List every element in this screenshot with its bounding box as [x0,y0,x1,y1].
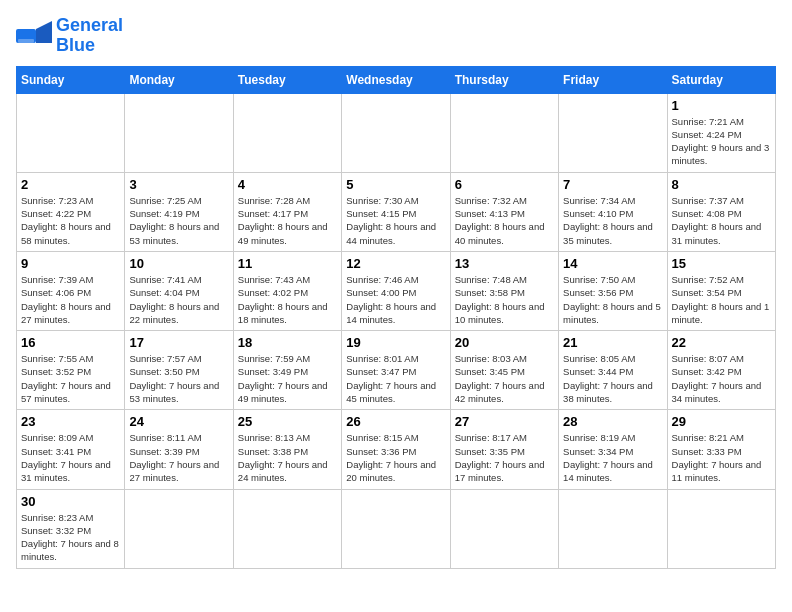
day-info: Sunrise: 7:21 AM Sunset: 4:24 PM Dayligh… [672,115,771,168]
header-cell-friday: Friday [559,66,667,93]
day-info: Sunrise: 7:34 AM Sunset: 4:10 PM Dayligh… [563,194,662,247]
day-cell: 11Sunrise: 7:43 AM Sunset: 4:02 PM Dayli… [233,251,341,330]
day-info: Sunrise: 7:48 AM Sunset: 3:58 PM Dayligh… [455,273,554,326]
day-info: Sunrise: 8:23 AM Sunset: 3:32 PM Dayligh… [21,511,120,564]
day-info: Sunrise: 7:23 AM Sunset: 4:22 PM Dayligh… [21,194,120,247]
day-info: Sunrise: 8:01 AM Sunset: 3:47 PM Dayligh… [346,352,445,405]
day-cell: 3Sunrise: 7:25 AM Sunset: 4:19 PM Daylig… [125,172,233,251]
svg-marker-1 [36,21,52,43]
header-cell-thursday: Thursday [450,66,558,93]
day-cell [342,489,450,568]
day-info: Sunrise: 7:59 AM Sunset: 3:49 PM Dayligh… [238,352,337,405]
day-info: Sunrise: 8:11 AM Sunset: 3:39 PM Dayligh… [129,431,228,484]
day-cell: 13Sunrise: 7:48 AM Sunset: 3:58 PM Dayli… [450,251,558,330]
day-info: Sunrise: 7:30 AM Sunset: 4:15 PM Dayligh… [346,194,445,247]
day-cell: 14Sunrise: 7:50 AM Sunset: 3:56 PM Dayli… [559,251,667,330]
day-info: Sunrise: 7:57 AM Sunset: 3:50 PM Dayligh… [129,352,228,405]
day-number: 17 [129,335,228,350]
day-info: Sunrise: 7:32 AM Sunset: 4:13 PM Dayligh… [455,194,554,247]
day-cell: 4Sunrise: 7:28 AM Sunset: 4:17 PM Daylig… [233,172,341,251]
logo-text: General Blue [56,16,123,56]
day-number: 24 [129,414,228,429]
day-number: 11 [238,256,337,271]
day-info: Sunrise: 7:43 AM Sunset: 4:02 PM Dayligh… [238,273,337,326]
day-info: Sunrise: 8:03 AM Sunset: 3:45 PM Dayligh… [455,352,554,405]
day-info: Sunrise: 7:50 AM Sunset: 3:56 PM Dayligh… [563,273,662,326]
day-cell: 29Sunrise: 8:21 AM Sunset: 3:33 PM Dayli… [667,410,775,489]
day-number: 14 [563,256,662,271]
day-info: Sunrise: 8:05 AM Sunset: 3:44 PM Dayligh… [563,352,662,405]
day-cell: 5Sunrise: 7:30 AM Sunset: 4:15 PM Daylig… [342,172,450,251]
day-cell: 17Sunrise: 7:57 AM Sunset: 3:50 PM Dayli… [125,331,233,410]
day-number: 27 [455,414,554,429]
day-number: 23 [21,414,120,429]
week-row-2: 9Sunrise: 7:39 AM Sunset: 4:06 PM Daylig… [17,251,776,330]
day-number: 25 [238,414,337,429]
day-number: 6 [455,177,554,192]
day-cell: 2Sunrise: 7:23 AM Sunset: 4:22 PM Daylig… [17,172,125,251]
logo-icon [16,21,52,51]
day-cell: 30Sunrise: 8:23 AM Sunset: 3:32 PM Dayli… [17,489,125,568]
day-cell: 12Sunrise: 7:46 AM Sunset: 4:00 PM Dayli… [342,251,450,330]
day-number: 3 [129,177,228,192]
day-cell [342,93,450,172]
day-info: Sunrise: 8:15 AM Sunset: 3:36 PM Dayligh… [346,431,445,484]
day-cell [667,489,775,568]
day-info: Sunrise: 7:55 AM Sunset: 3:52 PM Dayligh… [21,352,120,405]
day-cell [17,93,125,172]
day-number: 22 [672,335,771,350]
logo-general: General [56,15,123,35]
day-info: Sunrise: 7:41 AM Sunset: 4:04 PM Dayligh… [129,273,228,326]
day-number: 7 [563,177,662,192]
week-row-4: 23Sunrise: 8:09 AM Sunset: 3:41 PM Dayli… [17,410,776,489]
day-info: Sunrise: 7:25 AM Sunset: 4:19 PM Dayligh… [129,194,228,247]
header-row: SundayMondayTuesdayWednesdayThursdayFrid… [17,66,776,93]
day-number: 12 [346,256,445,271]
day-number: 30 [21,494,120,509]
day-info: Sunrise: 7:46 AM Sunset: 4:00 PM Dayligh… [346,273,445,326]
day-info: Sunrise: 8:19 AM Sunset: 3:34 PM Dayligh… [563,431,662,484]
day-number: 13 [455,256,554,271]
header-cell-saturday: Saturday [667,66,775,93]
day-cell: 6Sunrise: 7:32 AM Sunset: 4:13 PM Daylig… [450,172,558,251]
header-cell-sunday: Sunday [17,66,125,93]
day-number: 10 [129,256,228,271]
day-number: 28 [563,414,662,429]
header-cell-monday: Monday [125,66,233,93]
day-number: 8 [672,177,771,192]
day-info: Sunrise: 7:28 AM Sunset: 4:17 PM Dayligh… [238,194,337,247]
day-cell: 25Sunrise: 8:13 AM Sunset: 3:38 PM Dayli… [233,410,341,489]
day-info: Sunrise: 8:17 AM Sunset: 3:35 PM Dayligh… [455,431,554,484]
day-cell: 18Sunrise: 7:59 AM Sunset: 3:49 PM Dayli… [233,331,341,410]
svg-rect-2 [18,39,34,43]
day-info: Sunrise: 8:07 AM Sunset: 3:42 PM Dayligh… [672,352,771,405]
day-number: 16 [21,335,120,350]
calendar-header: SundayMondayTuesdayWednesdayThursdayFrid… [17,66,776,93]
day-cell [559,489,667,568]
day-info: Sunrise: 8:21 AM Sunset: 3:33 PM Dayligh… [672,431,771,484]
day-info: Sunrise: 7:39 AM Sunset: 4:06 PM Dayligh… [21,273,120,326]
day-number: 2 [21,177,120,192]
day-cell: 15Sunrise: 7:52 AM Sunset: 3:54 PM Dayli… [667,251,775,330]
day-number: 21 [563,335,662,350]
day-cell [233,93,341,172]
day-number: 18 [238,335,337,350]
day-info: Sunrise: 8:09 AM Sunset: 3:41 PM Dayligh… [21,431,120,484]
day-cell: 9Sunrise: 7:39 AM Sunset: 4:06 PM Daylig… [17,251,125,330]
week-row-5: 30Sunrise: 8:23 AM Sunset: 3:32 PM Dayli… [17,489,776,568]
day-number: 29 [672,414,771,429]
header: General Blue [16,16,776,56]
week-row-1: 2Sunrise: 7:23 AM Sunset: 4:22 PM Daylig… [17,172,776,251]
calendar-body: 1Sunrise: 7:21 AM Sunset: 4:24 PM Daylig… [17,93,776,568]
day-cell: 16Sunrise: 7:55 AM Sunset: 3:52 PM Dayli… [17,331,125,410]
day-cell: 8Sunrise: 7:37 AM Sunset: 4:08 PM Daylig… [667,172,775,251]
day-cell: 27Sunrise: 8:17 AM Sunset: 3:35 PM Dayli… [450,410,558,489]
day-cell: 28Sunrise: 8:19 AM Sunset: 3:34 PM Dayli… [559,410,667,489]
day-cell [559,93,667,172]
week-row-3: 16Sunrise: 7:55 AM Sunset: 3:52 PM Dayli… [17,331,776,410]
day-cell [125,489,233,568]
day-number: 9 [21,256,120,271]
day-cell: 24Sunrise: 8:11 AM Sunset: 3:39 PM Dayli… [125,410,233,489]
day-cell: 7Sunrise: 7:34 AM Sunset: 4:10 PM Daylig… [559,172,667,251]
day-cell: 10Sunrise: 7:41 AM Sunset: 4:04 PM Dayli… [125,251,233,330]
